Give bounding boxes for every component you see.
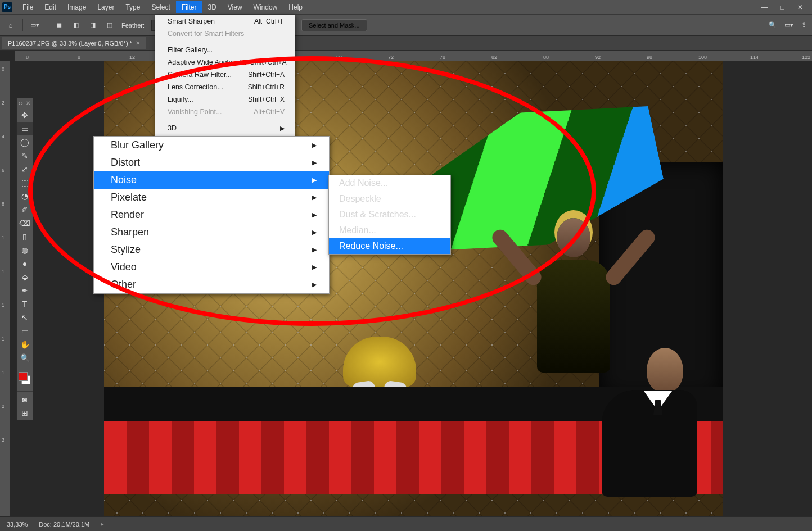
- menu-item-render[interactable]: Render▶: [94, 206, 329, 224]
- tool-5[interactable]: ⬚: [17, 176, 33, 189]
- close-icon[interactable]: ✕: [796, 3, 804, 11]
- menu-item-camera-raw-filter-[interactable]: Camera Raw Filter...Shift+Ctrl+A: [155, 69, 295, 81]
- app-logo-icon: Ps: [2, 2, 12, 12]
- horizontal-ruler: 881254586468727882889298108114122128132: [15, 51, 812, 61]
- submenu-item-add-noise-[interactable]: Add Noise...: [329, 175, 450, 191]
- panel-grip-icon[interactable]: ›› ✕: [17, 98, 33, 108]
- color-swatches[interactable]: [17, 367, 33, 390]
- menu-filter[interactable]: Filter: [176, 1, 202, 13]
- status-bar: 33,33% Doc: 20,1M/20,1M ▸: [0, 516, 812, 531]
- tool-16[interactable]: ▭: [17, 324, 33, 338]
- menu-item-smart-sharpen[interactable]: Smart SharpenAlt+Ctrl+F: [155, 15, 295, 28]
- tool-0[interactable]: ✥: [17, 108, 33, 122]
- workspace-icon[interactable]: ▭▾: [784, 21, 793, 29]
- document-tab-title: P1160237.JPG @ 33,3% (Layer 0, RGB/8*) *: [8, 40, 132, 47]
- submenu-item-reduce-noise-[interactable]: Reduce Noise...: [329, 238, 450, 254]
- submenu-item-dust-scratches-[interactable]: Dust & Scratches...: [329, 207, 450, 223]
- menu-item-adaptive-wide-angle-[interactable]: Adaptive Wide Angle...Alt+Shift+Ctrl+A: [155, 56, 295, 69]
- tool-11[interactable]: ●: [17, 257, 33, 270]
- menu-file[interactable]: File: [17, 1, 39, 13]
- menu-image[interactable]: Image: [62, 1, 92, 13]
- menu-item-lens-correction-[interactable]: Lens Correction...Shift+Ctrl+R: [155, 81, 295, 93]
- zoom-readout[interactable]: 33,33%: [7, 521, 28, 528]
- menu-item-noise[interactable]: Noise▶: [94, 171, 329, 189]
- subtract-selection-icon[interactable]: ◨: [88, 20, 98, 30]
- feather-label: Feather:: [121, 22, 145, 29]
- tool-13[interactable]: ✒: [17, 284, 33, 297]
- menu-item-distort[interactable]: Distort▶: [94, 154, 329, 171]
- maximize-icon[interactable]: □: [778, 3, 786, 11]
- select-and-mask-button[interactable]: Select and Mask...: [301, 19, 367, 31]
- menu-item-other[interactable]: Other▶: [94, 276, 329, 293]
- separator: [22, 19, 23, 31]
- status-flyout-icon[interactable]: ▸: [101, 520, 104, 528]
- document-tab[interactable]: P1160237.JPG @ 33,3% (Layer 0, RGB/8*) *…: [2, 37, 146, 49]
- menu-item-convert-for-smart-filters: Convert for Smart Filters: [155, 28, 295, 40]
- tool-8[interactable]: ⌫: [17, 216, 33, 230]
- window-controls: — □ ✕: [760, 3, 810, 11]
- tool-6[interactable]: ◔: [17, 189, 33, 203]
- filter-menu-dropdown: Smart SharpenAlt+Ctrl+FConvert for Smart…: [155, 15, 295, 147]
- menu-item-video[interactable]: Video▶: [94, 258, 329, 276]
- photo-foreground-man: [602, 348, 703, 505]
- tool-18[interactable]: 🔍: [17, 351, 33, 365]
- submenu-item-despeckle[interactable]: Despeckle: [329, 191, 450, 207]
- document-tab-bar: P1160237.JPG @ 33,3% (Layer 0, RGB/8*) *…: [0, 36, 812, 51]
- menu-layer[interactable]: Layer: [92, 1, 120, 13]
- intersect-selection-icon[interactable]: ◫: [105, 20, 115, 30]
- marquee-tool-icon[interactable]: ▭▾: [30, 20, 40, 30]
- menu-3d[interactable]: 3D: [202, 1, 222, 13]
- menu-item-blur-gallery[interactable]: Blur Gallery▶: [94, 137, 329, 154]
- options-bar: ⌂ ▭▾ ◼ ◧ ◨ ◫ Feather: Width: ⇄ Height: S…: [0, 15, 812, 36]
- menu-select[interactable]: Select: [146, 1, 175, 13]
- menu-bar: Ps FileEditImageLayerTypeSelectFilter3DV…: [0, 0, 812, 15]
- tools-panel: ›› ✕ ✥▭◯✎⤢⬚◔✐⌫▯◍●⬙✒T↖▭✋🔍◙⊞: [17, 98, 33, 420]
- menu-item-filter-gallery-[interactable]: Filter Gallery...: [155, 44, 295, 56]
- tool-10[interactable]: ◍: [17, 243, 33, 257]
- home-icon[interactable]: ⌂: [6, 20, 16, 30]
- tool-1[interactable]: ▭: [17, 122, 33, 135]
- tool-7[interactable]: ✐: [17, 203, 33, 216]
- tool-17[interactable]: ✋: [17, 338, 33, 351]
- menu-item-sharpen[interactable]: Sharpen▶: [94, 224, 329, 241]
- new-selection-icon[interactable]: ◼: [54, 20, 64, 30]
- add-selection-icon[interactable]: ◧: [71, 20, 81, 30]
- menu-item-pixelate[interactable]: Pixelate▶: [94, 189, 329, 206]
- separator: [47, 19, 47, 31]
- noise-submenu: Add Noise...DespeckleDust & Scratches...…: [328, 175, 451, 255]
- menu-window[interactable]: Window: [248, 1, 283, 13]
- tool-14[interactable]: T: [17, 297, 33, 311]
- close-tab-icon[interactable]: ✕: [136, 40, 140, 46]
- share-icon[interactable]: ⇪: [801, 21, 806, 29]
- quick-mask-icon[interactable]: ◙: [17, 393, 33, 406]
- menu-type[interactable]: Type: [120, 1, 146, 13]
- menu-edit[interactable]: Edit: [39, 1, 62, 13]
- tool-15[interactable]: ↖: [17, 311, 33, 324]
- search-icon[interactable]: 🔍: [769, 21, 777, 29]
- menu-item-stylize[interactable]: Stylize▶: [94, 241, 329, 258]
- menu-item-3d[interactable]: 3D▶: [155, 122, 295, 134]
- minimize-icon[interactable]: —: [760, 3, 768, 11]
- filter-menu-categories: Blur Gallery▶Distort▶Noise▶Pixelate▶Rend…: [93, 136, 330, 294]
- menu-view[interactable]: View: [222, 1, 248, 13]
- submenu-item-median-[interactable]: Median...: [329, 223, 450, 238]
- menu-item-liquify-[interactable]: Liquify...Shift+Ctrl+X: [155, 93, 295, 106]
- screen-mode-icon[interactable]: ⊞: [17, 406, 33, 420]
- menu-item-vanishing-point-: Vanishing Point...Alt+Ctrl+V: [155, 106, 295, 118]
- menu-help[interactable]: Help: [283, 1, 308, 13]
- tool-9[interactable]: ▯: [17, 230, 33, 243]
- vertical-ruler: 024681111122: [0, 61, 10, 516]
- tool-2[interactable]: ◯: [17, 135, 33, 149]
- tool-4[interactable]: ⤢: [17, 162, 33, 176]
- tool-12[interactable]: ⬙: [17, 270, 33, 284]
- tool-3[interactable]: ✎: [17, 149, 33, 162]
- doc-size-readout: Doc: 20,1M/20,1M: [39, 521, 89, 528]
